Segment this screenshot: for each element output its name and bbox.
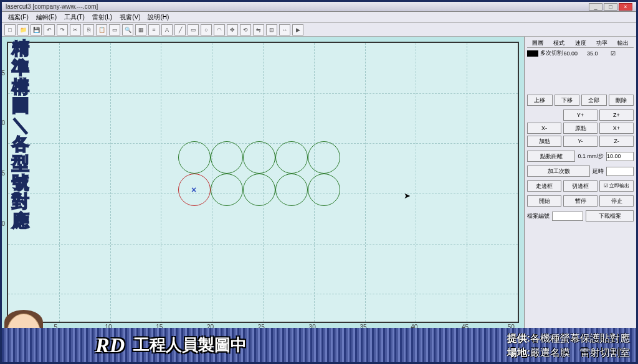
shape-circle[interactable] [308, 141, 340, 174]
center-mark-icon: × [191, 185, 196, 195]
menu-view[interactable]: 視窗(V) [116, 12, 144, 22]
shape-circle[interactable] [243, 141, 275, 174]
maximize-button[interactable]: □ [604, 3, 617, 11]
align-icon[interactable]: ⊟ [266, 24, 277, 35]
layer-row[interactable]: 多次切割 60.00 35.0 ☑ [527, 49, 634, 57]
menu-tools[interactable]: 工具(T) [60, 12, 88, 22]
stop-button[interactable]: 停止 [599, 195, 634, 207]
open-icon[interactable]: 📁 [17, 24, 29, 35]
mirror-icon[interactable]: ⇋ [253, 24, 264, 35]
select-all-button[interactable]: 全部 [581, 95, 607, 106]
rotate-icon[interactable]: ⟲ [240, 24, 251, 35]
cursor-icon: ➤ [404, 191, 411, 200]
drawing-canvas[interactable]: × ➤ 5 10 15 20 25 30 35 40 45 50 5 10 15… [7, 42, 519, 323]
copy-icon[interactable]: ⎘ [83, 24, 94, 35]
arc-icon[interactable]: ◠ [214, 24, 225, 35]
redo-icon[interactable]: ↷ [57, 24, 68, 35]
y-tick: 5 [0, 270, 2, 277]
pause-button[interactable]: 暫停 [563, 195, 598, 207]
y-tick: 20 [0, 119, 5, 126]
layer-icon[interactable]: ≡ [148, 24, 160, 35]
select-icon[interactable]: ▭ [109, 24, 120, 35]
menu-edit[interactable]: 編輯(E) [32, 12, 60, 22]
paste-icon[interactable]: 📋 [96, 24, 107, 35]
window-title: lasercut3 [company-www.---.com] [6, 3, 98, 10]
y-tick: 25 [0, 70, 5, 77]
origin-button[interactable]: 原點 [563, 123, 598, 134]
shape-circle[interactable] [178, 141, 211, 174]
add-point-button[interactable]: 加點 [527, 136, 561, 147]
menubar: 檔案(F) 編輯(E) 工具(T) 雷射(L) 視窗(V) 說明(H) [2, 12, 636, 23]
titlebar: lasercut3 [company-www.---.com] _ □ × [2, 2, 636, 12]
run-frame-button[interactable]: 走邊框 [527, 180, 561, 192]
immediate-output-check[interactable]: ☑ 立即輸出 [599, 180, 634, 192]
save-icon[interactable]: 💾 [31, 24, 42, 35]
text-icon[interactable]: A [161, 24, 173, 35]
bottom-overlay: RD 工程人員製圖中 提供:各機種螢幕保護貼對應 場地:嚴選名膜 雷射切割室 [2, 328, 636, 362]
menu-file[interactable]: 檔案(F) [4, 12, 32, 22]
shape-circle[interactable] [275, 174, 308, 206]
color-swatch [527, 50, 538, 57]
side-panel: 圖層模式 速度功率 輸出 多次切割 60.00 35.0 ☑ 上移 下移 全部 … [524, 37, 636, 328]
output-checkbox[interactable]: ☑ [611, 50, 634, 57]
z-plus-button[interactable]: Z+ [599, 110, 634, 121]
grid-icon[interactable]: ▦ [135, 24, 146, 35]
y-plus-button[interactable]: Y+ [563, 110, 598, 121]
jog-unit: 0.1 mm/步 [578, 152, 604, 161]
shape-circle[interactable] [275, 141, 308, 174]
z-minus-button[interactable]: Z- [599, 136, 634, 147]
download-button[interactable]: 下載檔案 [586, 210, 634, 222]
delay-input[interactable] [606, 167, 634, 176]
delay-label: 延時 [593, 167, 604, 175]
delete-button[interactable]: 刪除 [609, 95, 634, 106]
line-icon[interactable]: ╱ [174, 24, 186, 35]
rect-icon[interactable]: ▭ [188, 24, 199, 35]
menu-help[interactable]: 說明(H) [144, 12, 173, 22]
run-icon[interactable]: ▶ [292, 24, 303, 35]
proc-count-button[interactable]: 加工次數 [527, 166, 590, 177]
y-minus-button[interactable]: Y- [563, 136, 598, 147]
window-controls: _ □ × [589, 3, 632, 11]
close-button[interactable]: × [619, 3, 632, 11]
circle-icon[interactable]: ○ [201, 24, 212, 35]
shape-circle[interactable] [243, 174, 275, 206]
y-tick: 10 [0, 220, 5, 227]
new-icon[interactable]: □ [4, 24, 16, 35]
minimize-button[interactable]: _ [589, 3, 602, 11]
dim-icon[interactable]: ↔ [279, 24, 290, 35]
undo-icon[interactable]: ↶ [44, 24, 55, 35]
shape-circle[interactable] [308, 174, 340, 206]
move-down-button[interactable]: 下移 [555, 95, 580, 106]
cut-frame-button[interactable]: 切邊框 [563, 180, 598, 192]
jog-input[interactable] [606, 152, 634, 161]
toolbar: □ 📁 💾 ↶ ↷ ✂ ⎘ 📋 ▭ 🔍 ▦ ≡ A ╱ ▭ ○ ◠ ✥ ⟲ ⇋ … [2, 23, 636, 37]
zoom-icon[interactable]: 🔍 [122, 24, 133, 35]
file-no-input[interactable] [552, 212, 583, 221]
move-icon[interactable]: ✥ [227, 24, 238, 35]
shape-circle[interactable] [211, 141, 243, 174]
layer-header: 圖層模式 速度功率 輸出 [527, 39, 634, 48]
file-no-label: 檔案編號 [527, 212, 550, 220]
x-plus-button[interactable]: X+ [599, 123, 634, 134]
start-button[interactable]: 開始 [527, 195, 561, 207]
y-tick: 15 [0, 170, 5, 177]
menu-laser[interactable]: 雷射(L) [88, 12, 116, 22]
cut-icon[interactable]: ✂ [70, 24, 81, 35]
shape-circle[interactable] [211, 174, 243, 206]
overlay-left-text: 精準構圖＼各型號對應 [6, 39, 36, 231]
move-up-button[interactable]: 上移 [527, 95, 553, 106]
center-caption: 工程人員製圖中 [133, 334, 247, 356]
bottom-right-info: 提供:各機種螢幕保護貼對應 場地:嚴選名膜 雷射切割室 [507, 332, 630, 360]
x-minus-button[interactable]: X- [527, 123, 561, 134]
rd-label: RD [95, 334, 125, 357]
jog-button[interactable]: 點動距離 [527, 151, 575, 162]
canvas-wrap: × ➤ 5 10 15 20 25 30 35 40 45 50 5 10 15… [2, 37, 524, 328]
